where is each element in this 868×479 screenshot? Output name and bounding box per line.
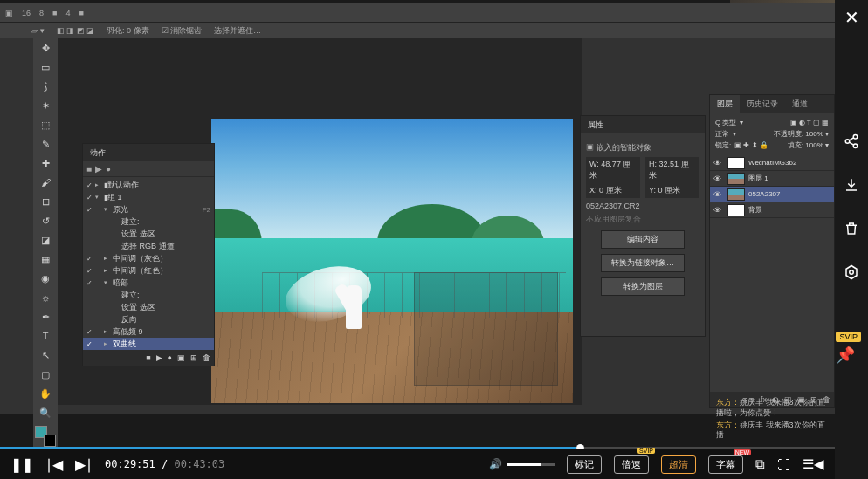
layer-row[interactable]: 👁WechatIMG362 <box>710 155 834 171</box>
volume-control[interactable]: 🔊 <box>489 458 555 470</box>
action-row[interactable]: ✓▾原光F2 <box>83 203 214 216</box>
action-row[interactable]: 反向 <box>83 313 214 325</box>
svg-marker-3 <box>846 266 857 279</box>
download-icon[interactable] <box>843 176 860 194</box>
trash-icon[interactable] <box>843 220 860 237</box>
action-row[interactable]: 设置 选区 <box>83 301 214 313</box>
tab-channels[interactable]: 通道 <box>785 95 815 113</box>
convert-linked-button[interactable]: 转换为链接对象… <box>601 254 685 272</box>
quality-button[interactable]: 超清 <box>661 455 696 474</box>
shape-tool-icon[interactable]: ▢ <box>33 365 58 384</box>
ps-menubar[interactable]: ▣168■4■ <box>0 3 835 23</box>
fullscreen-icon[interactable]: ⛶ <box>777 457 790 472</box>
settings-icon[interactable] <box>843 263 860 281</box>
volume-icon[interactable]: 🔊 <box>489 458 502 470</box>
eraser-tool-icon[interactable]: ◪ <box>33 230 58 250</box>
action-row[interactable]: 建立: <box>83 216 214 228</box>
action-row[interactable]: ✓▸中间调（红色） <box>83 264 214 277</box>
dodge-tool-icon[interactable]: ☼ <box>33 288 58 307</box>
svip-pin[interactable]: SVIP 📌 <box>836 332 861 365</box>
action-row[interactable]: ✓▾暗部 <box>83 277 214 289</box>
layer-row[interactable]: 👁背景 <box>710 202 834 218</box>
chat-line: 东方：姚庆丰 我来潘3次你的直播 <box>716 421 831 441</box>
action-row[interactable]: ✓▸中间调（灰色） <box>83 252 214 264</box>
blur-tool-icon[interactable]: ◉ <box>33 269 58 288</box>
crop-tool-icon[interactable]: ⬚ <box>33 115 58 134</box>
action-row[interactable]: 建立: <box>83 289 214 301</box>
action-row[interactable]: 设置 选区 <box>83 228 214 240</box>
opacity-value[interactable]: 100% <box>805 130 823 138</box>
action-row[interactable]: ✓▸▮ 默认动作 <box>83 179 214 191</box>
path-tool-icon[interactable]: ↖ <box>33 346 58 365</box>
pin-icon: 📌 <box>836 346 861 365</box>
pen-tool-icon[interactable]: ✒ <box>33 307 58 326</box>
hand-tool-icon[interactable]: ✋ <box>33 384 58 403</box>
heal-tool-icon[interactable]: ✚ <box>33 154 58 173</box>
layers-list[interactable]: 👁WechatIMG362👁图层 1👁052A2307👁背景 <box>710 155 834 218</box>
svg-point-4 <box>850 270 854 275</box>
zoom-tool-icon[interactable]: 🔍 <box>33 403 58 422</box>
convert-layers-button[interactable]: 转换为图层 <box>601 277 685 296</box>
wand-tool-icon[interactable]: ✶ <box>33 96 58 115</box>
history-brush-icon[interactable]: ↺ <box>33 211 58 230</box>
type-tool-icon[interactable]: T <box>33 326 58 346</box>
close-icon[interactable]: ✕ <box>844 7 859 28</box>
chat-overlay: 东方：姚庆丰 我来潘3次你的直播啦，为你点赞！东方：姚庆丰 我来潘3次你的直播 <box>716 396 831 442</box>
y-field[interactable]: Y: 0 厘米 <box>645 183 699 198</box>
lasso-tool-icon[interactable]: ⟆ <box>33 77 58 96</box>
player-controls: ❚❚ ∣◀ ▶∣ 00:29:51 / 00:43:03 🔊 标记 倍速SVIP… <box>0 449 835 479</box>
speed-button[interactable]: 倍速SVIP <box>614 455 649 474</box>
height-field[interactable]: H: 32.51 厘米 <box>645 157 699 183</box>
blend-mode[interactable]: 正常 <box>715 129 729 139</box>
move-tool-icon[interactable]: ✥ <box>33 38 58 58</box>
time-display: 00:29:51 / 00:43:03 <box>105 458 224 470</box>
play-pause-button[interactable]: ❚❚ <box>10 456 33 473</box>
x-field[interactable]: X: 0 厘米 <box>586 183 640 198</box>
actions-footer[interactable]: ■▶●▣⊞🗑 <box>83 350 214 366</box>
width-field[interactable]: W: 48.77 厘米 <box>586 157 640 183</box>
tab-layers[interactable]: 图层 <box>710 95 740 113</box>
marquee-tool-icon[interactable]: ▭ <box>33 58 58 77</box>
next-button[interactable]: ▶∣ <box>75 456 93 473</box>
subtitle-button[interactable]: 字幕NEW <box>708 455 743 474</box>
share-icon[interactable] <box>843 133 860 150</box>
action-row[interactable]: ✓▸双曲线 <box>83 338 214 350</box>
actions-panel-title[interactable]: 动作 <box>83 144 214 161</box>
actions-toolbar[interactable]: ■▶● <box>83 161 214 177</box>
playlist-icon[interactable]: ☰◀ <box>803 456 824 472</box>
properties-title[interactable]: 属性 <box>581 116 705 133</box>
actions-list[interactable]: ✓▸▮ 默认动作✓▾▮ 组 1✓▾原光F2建立:设置 选区选择 RGB 通道✓▸… <box>83 177 214 350</box>
prev-button[interactable]: ∣◀ <box>45 456 63 473</box>
visibility-icon: 👁 <box>713 206 724 215</box>
fill-value[interactable]: 100% <box>805 141 823 149</box>
mark-button[interactable]: 标记 <box>567 455 602 474</box>
brush-tool-icon[interactable]: 🖌 <box>33 173 58 192</box>
action-row[interactable]: ✓▸高低频 9 <box>83 325 214 338</box>
chat-line: 东方：姚庆丰 我来潘3次你的直播啦，为你点赞！ <box>716 398 831 418</box>
right-rail: ✕ <box>835 0 868 479</box>
ps-toolbar: ✥ ▭ ⟆ ✶ ⬚ ✎ ✚ 🖌 ⊟ ↺ ◪ ▦ ◉ ☼ ✒ T ↖ ▢ ✋ 🔍 <box>33 38 58 450</box>
gradient-tool-icon[interactable]: ▦ <box>33 250 58 269</box>
svg-point-0 <box>853 135 858 140</box>
pip-icon[interactable]: ⧉ <box>755 456 765 472</box>
visibility-icon: 👁 <box>713 174 724 183</box>
edit-contents-button[interactable]: 编辑内容 <box>601 230 685 249</box>
color-swatch[interactable] <box>35 426 56 447</box>
stamp-tool-icon[interactable]: ⊟ <box>33 192 58 211</box>
visibility-icon: 👁 <box>713 159 724 168</box>
visibility-icon: 👁 <box>713 190 724 199</box>
eyedropper-icon[interactable]: ✎ <box>33 134 58 154</box>
properties-panel: 属性 ▣ 嵌入的智能对象 W: 48.77 厘米 H: 32.51 厘米 X: … <box>580 115 706 337</box>
layer-kind[interactable]: Q 类型 <box>715 118 736 127</box>
actions-panel: 动作 ■▶● ✓▸▮ 默认动作✓▾▮ 组 1✓▾原光F2建立:设置 选区选择 R… <box>82 143 215 366</box>
action-row[interactable]: ✓▾▮ 组 1 <box>83 191 214 203</box>
layers-tabs[interactable]: 图层 历史记录 通道 <box>710 95 834 113</box>
photo-canvas <box>211 119 573 403</box>
ps-optionsbar[interactable]: ▱ ▾◧ ◨ ◩ ◪ 羽化: 0 像素 ☑ 消除锯齿 选择并遮住… <box>0 23 835 38</box>
source-file: 052A2307.CR2 <box>586 202 699 210</box>
action-row[interactable]: 选择 RGB 通道 <box>83 240 214 252</box>
layer-row[interactable]: 👁052A2307 <box>710 187 834 202</box>
tab-history[interactable]: 历史记录 <box>740 95 785 113</box>
photoshop-app: ▣168■4■ ▱ ▾◧ ◨ ◩ ◪ 羽化: 0 像素 ☑ 消除锯齿 选择并遮住… <box>0 3 835 414</box>
layer-row[interactable]: 👁图层 1 <box>710 171 834 187</box>
